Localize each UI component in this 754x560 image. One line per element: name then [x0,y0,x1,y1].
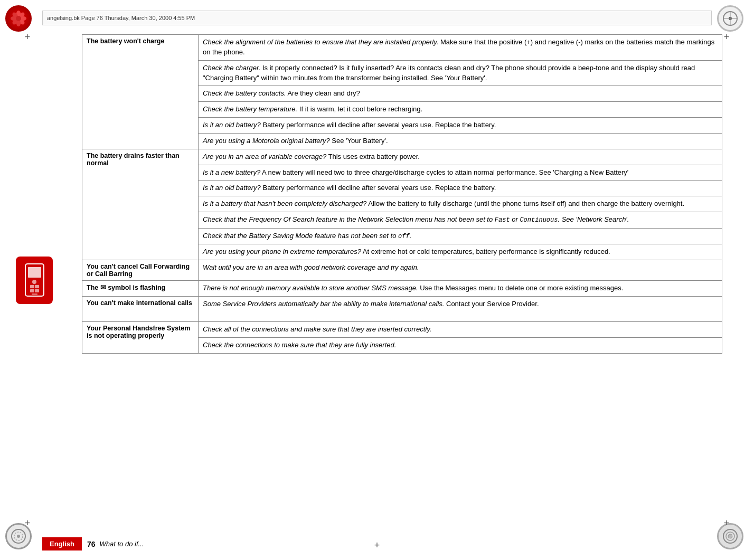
page-title: What to do if... [100,540,144,548]
solution-cell-1-2: Check the charger. Is it properly connec… [199,60,722,86]
solution-italic: Some Service Providers automatically bar… [203,300,444,308]
solution-cell-1-6: Are you using a Motorola original batter… [199,133,722,149]
solution-italic: Check the battery temperature. [203,105,297,113]
svg-point-9 [16,16,21,21]
solution-cell-5-1: Some Service Providers automatically bar… [199,296,722,322]
page-number: 76 [87,540,96,548]
troubleshoot-table: The battery won't charge Check the align… [82,34,722,354]
solution-cell-6-2: Check the connections to make sure that … [199,338,722,354]
solution-italic: Check the charger. [203,64,260,72]
compass-svg [722,11,738,26]
phone-device-icon [23,263,46,297]
solution-italic: There is not enough memory available to … [203,284,418,292]
table-row: The battery drains faster than normal Ar… [82,149,722,165]
svg-rect-27 [32,293,37,295]
issue-label-4: The ✉ symbol is flashing [87,284,165,291]
issue-cell-5: You can't make international calls [82,296,199,322]
crosshair-right-top [721,32,732,42]
solution-italic: Check the connections to make sure that … [203,341,396,349]
solution-cell-2-5: Check that the Frequency Of Search featu… [199,212,722,228]
solution-italic: Are you in an area of variable coverage? [203,153,326,160]
solution-cell-1-5: Is it an old battery? Battery performanc… [199,118,722,134]
code-off: off [398,233,410,240]
solution-cell-1-4: Check the battery temperature. If it is … [199,102,722,118]
solution-italic: Check that the Battery Saving Mode featu… [203,232,411,240]
table-row: The ✉ symbol is flashing There is not en… [82,280,722,296]
crosshair-left-bottom [22,518,33,528]
table-row: Your Personal Handsfree System is not op… [82,322,722,338]
solution-cell-2-7: Are you using your phone in extreme temp… [199,244,722,260]
solution-italic: Check the battery contacts. [203,89,286,97]
main-content: The battery won't charge Check the align… [82,34,722,526]
solution-cell-2-2: Is it a new battery? A new battery will … [199,165,722,181]
svg-point-22 [32,280,36,284]
solution-cell-2-6: Check that the Battery Saving Mode featu… [199,228,722,244]
solution-italic: Wait until you are in an area with good … [203,263,419,271]
red-flower-icon [5,5,32,32]
solution-cell-3-1: Wait until you are in an area with good … [199,260,722,280]
solution-italic: Are you using your phone in extreme temp… [203,248,361,255]
issue-cell-4: The ✉ symbol is flashing [82,280,199,296]
solution-cell-4-1: There is not enough memory available to … [199,280,722,296]
table-row: The battery won't charge Check the align… [82,35,722,61]
crosshair-left-top [22,32,33,42]
issue-label-2: The battery drains faster than normal [87,152,180,167]
flower-svg [11,11,26,26]
compass-icon [717,5,743,32]
solution-italic: Is it an old battery? [203,121,261,129]
solution-cell-2-4: Is it a battery that hasn't been complet… [199,196,722,212]
svg-rect-21 [28,267,41,278]
svg-rect-25 [30,289,34,292]
issue-cell-3: You can't cancel Call Forwarding or Call… [82,260,199,280]
solution-italic: Is it a new battery? [203,168,260,176]
svg-rect-26 [35,289,39,292]
issue-label-3: You can't cancel Call Forwarding or Call… [87,263,190,278]
solution-cell-6-1: Check all of the connections and make su… [199,322,722,338]
issue-label-6: Your Personal Handsfree System is not op… [87,325,190,339]
solution-cell-1-1: Check the alignment of the batteries to … [199,35,722,61]
issue-cell-2: The battery drains faster than normal [82,149,199,260]
svg-rect-24 [35,285,39,288]
solution-italic: Is it an old battery? [203,184,261,192]
header-text: angelsing.bk Page 76 Thursday, March 30,… [47,15,195,21]
issue-label-1: The battery won't charge [87,37,164,45]
code-fast: Fast [495,216,510,224]
footer: English 76 What to do if... [0,537,754,550]
solution-cell-2-3: Is it an old battery? Battery performanc… [199,181,722,196]
table-row: You can't cancel Call Forwarding or Call… [82,260,722,280]
phone-icon-area [11,254,58,307]
solution-italic: Check that the Frequency Of Search featu… [203,215,629,223]
issue-cell-6: Your Personal Handsfree System is not op… [82,322,199,354]
solution-italic: Check all of the connections and make su… [203,325,431,333]
crosshair-right-bottom [721,518,732,528]
solution-cell-2-1: Are you in an area of variable coverage?… [199,149,722,165]
issue-cell-1: The battery won't charge [82,35,199,149]
solution-cell-1-3: Check the battery contacts. Are they cle… [199,86,722,102]
solution-italic: Is it a battery that hasn't been complet… [203,200,366,207]
english-badge: English [42,537,82,550]
code-continuous: Continuous [520,216,558,224]
svg-rect-23 [30,285,34,288]
phone-icon-box [16,257,53,304]
solution-italic: Are you using a Motorola original batter… [203,137,330,145]
solution-italic: Check the alignment of the batteries to … [203,38,438,46]
table-row: You can't make international calls Some … [82,296,722,322]
issue-label-5: You can't make international calls [87,299,192,307]
header-bar: angelsing.bk Page 76 Thursday, March 30,… [42,11,712,25]
